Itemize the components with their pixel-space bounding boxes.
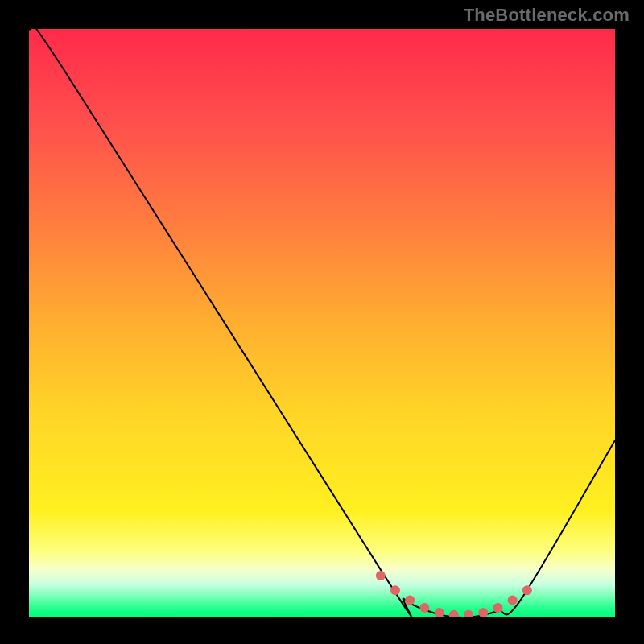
marker-dot xyxy=(390,585,400,595)
chart-container: TheBottleneck.com xyxy=(0,0,644,644)
marker-dot xyxy=(376,571,386,580)
marker-dot xyxy=(419,603,429,613)
marker-dot xyxy=(464,610,473,617)
marker-dot xyxy=(493,603,502,613)
curve-svg xyxy=(29,29,615,617)
curve-line xyxy=(29,29,615,617)
marker-dot xyxy=(405,596,415,605)
curve-path-group xyxy=(29,29,615,617)
markers-group xyxy=(376,571,532,617)
marker-dot xyxy=(508,596,518,605)
watermark-text: TheBottleneck.com xyxy=(464,5,630,26)
plot-area xyxy=(29,29,615,617)
marker-dot xyxy=(449,610,459,617)
marker-dot xyxy=(435,608,444,617)
marker-dot xyxy=(522,585,532,595)
marker-dot xyxy=(478,608,488,617)
